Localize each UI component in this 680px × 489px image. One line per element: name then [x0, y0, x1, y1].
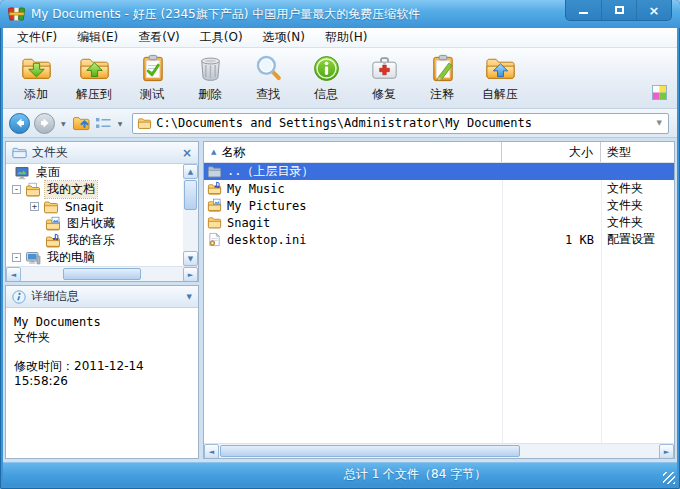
up-folder-icon — [207, 164, 222, 179]
repair-button[interactable]: 修复 — [355, 50, 413, 103]
collapse-expander[interactable]: - — [12, 185, 21, 194]
toolbar-label: 解压到 — [76, 86, 112, 103]
scroll-left-button[interactable]: ◄ — [204, 444, 219, 459]
file-row-updir[interactable]: ..（上层目录） — [204, 163, 674, 180]
find-icon — [252, 52, 285, 85]
back-arrow-icon — [14, 117, 26, 129]
find-button[interactable]: 查找 — [239, 50, 297, 103]
tree-label: 桌面 — [34, 164, 62, 181]
column-header-size[interactable]: 大小 — [502, 142, 601, 162]
back-button[interactable] — [9, 113, 30, 134]
file-size: 1 KB — [502, 233, 601, 247]
address-combobox[interactable]: C:\Documents and Settings\Administrator\… — [132, 113, 669, 134]
address-path[interactable]: C:\Documents and Settings\Administrator\… — [156, 116, 652, 130]
file-type: 配置设置 — [601, 231, 674, 248]
my-documents-icon — [25, 182, 41, 198]
collapse-panel-button[interactable]: ▼ — [187, 293, 192, 301]
tree-item-my-computer[interactable]: - 我的电脑 — [6, 249, 183, 266]
maximize-button[interactable] — [601, 0, 636, 20]
test-button[interactable]: 测试 — [123, 50, 181, 103]
close-button[interactable]: × — [636, 0, 671, 20]
tree-horizontal-scrollbar[interactable]: ◄ ► — [6, 266, 198, 281]
tree-item-snagit[interactable]: + Snagit — [6, 198, 183, 215]
menu-options[interactable]: 选项(N) — [253, 27, 315, 48]
forward-arrow-icon — [39, 117, 51, 129]
file-name: desktop.ini — [227, 233, 502, 247]
scroll-left-button[interactable]: ◄ — [6, 267, 21, 282]
file-name: ..（上层目录） — [227, 163, 502, 180]
scrollbar-thumb[interactable] — [220, 445, 520, 457]
title-bar[interactable]: My Documents - 好压 (2345旗下产品) 中国用户量最大的免费压… — [0, 0, 680, 28]
close-panel-button[interactable]: × — [182, 146, 192, 160]
file-name: My Music — [227, 182, 502, 196]
scrollbar-thumb[interactable] — [184, 180, 197, 210]
menu-help[interactable]: 帮助(H) — [315, 27, 377, 48]
scroll-down-button[interactable]: ▼ — [183, 251, 198, 266]
column-header-name[interactable]: ▲ 名称 — [204, 142, 502, 162]
folders-pane-title: 文件夹 — [32, 144, 68, 161]
scrollbar-track[interactable] — [219, 444, 659, 458]
menu-file[interactable]: 文件(F) — [7, 27, 67, 48]
info-button[interactable]: 信息 — [297, 50, 355, 103]
view-mode-dropdown[interactable]: ▼ — [116, 120, 125, 127]
scroll-right-button[interactable]: ► — [183, 267, 198, 282]
menu-view[interactable]: 查看(V) — [128, 27, 190, 48]
tree-item-desktop[interactable]: 桌面 — [6, 164, 183, 181]
scrollbar-thumb[interactable] — [63, 268, 141, 280]
toolbar-label: 注释 — [430, 86, 454, 103]
info-icon — [310, 52, 343, 85]
add-button[interactable]: 添加 — [7, 50, 65, 103]
list-horizontal-scrollbar[interactable]: ◄ ► — [204, 443, 674, 458]
history-dropdown[interactable]: ▼ — [59, 120, 68, 127]
tree-item-music[interactable]: 我的音乐 — [6, 232, 183, 249]
details-pane-title: 详细信息 — [31, 288, 79, 305]
music-folder-icon — [207, 181, 222, 196]
view-mode-button[interactable] — [95, 116, 112, 131]
scroll-up-button[interactable]: ▲ — [183, 164, 198, 179]
menu-tools[interactable]: 工具(O) — [190, 27, 253, 48]
comment-button[interactable]: 注释 — [413, 50, 471, 103]
file-row-desktop-ini[interactable]: desktop.ini 1 KB 配置设置 — [204, 231, 674, 248]
menu-edit[interactable]: 编辑(E) — [67, 27, 128, 48]
details-pane-header: 详细信息 ▼ — [6, 286, 198, 308]
toolbar-label: 查找 — [256, 86, 280, 103]
tree-vertical-scrollbar[interactable]: ▲ ▼ — [183, 164, 198, 266]
address-dropdown[interactable]: ▼ — [653, 119, 666, 127]
file-type: 文件夹 — [601, 180, 674, 197]
minimize-button[interactable] — [566, 0, 601, 20]
collapse-expander[interactable]: - — [12, 253, 21, 262]
file-row-my-pictures[interactable]: My Pictures 文件夹 — [204, 197, 674, 214]
client-area: 文件(F) 编辑(E) 查看(V) 工具(O) 选项(N) 帮助(H) 添加 — [3, 28, 677, 486]
column-header-type[interactable]: 类型 — [601, 142, 674, 162]
toolbar: 添加 解压到 测试 — [3, 48, 677, 109]
tree-item-my-documents[interactable]: - 我的文档 — [6, 181, 183, 198]
details-body: My Documents 文件夹 修改时间：2011-12-14 15:58:2… — [6, 308, 198, 458]
scroll-right-button[interactable]: ► — [659, 444, 674, 459]
toolbar-label: 修复 — [372, 86, 396, 103]
status-bar: 总计 1 个文件（84 字节） — [3, 462, 677, 486]
file-row-snagit[interactable]: Snagit 文件夹 — [204, 214, 674, 231]
up-one-level-button[interactable] — [72, 114, 91, 132]
file-name: My Pictures — [227, 199, 502, 213]
address-folder-icon — [137, 116, 152, 130]
tree-label: 我的音乐 — [65, 232, 117, 249]
delete-button[interactable]: 删除 — [181, 50, 239, 103]
toolbar-label: 测试 — [140, 86, 164, 103]
delete-icon — [194, 52, 227, 85]
skin-palette-icon[interactable] — [652, 85, 667, 100]
tree-label: Snagit — [63, 200, 105, 214]
scrollbar-track[interactable] — [21, 267, 183, 281]
sfx-button[interactable]: 自解压 — [471, 50, 529, 103]
resize-grip[interactable] — [663, 472, 675, 484]
expand-expander[interactable]: + — [30, 202, 39, 211]
toolbar-label: 添加 — [24, 86, 48, 103]
scrollbar-track[interactable] — [183, 179, 198, 251]
test-archive-icon — [136, 52, 169, 85]
extract-to-button[interactable]: 解压到 — [65, 50, 123, 103]
forward-button[interactable] — [34, 113, 55, 134]
file-list-pane: ▲ 名称 大小 类型 — [203, 141, 675, 459]
window-title: My Documents - 好压 (2345旗下产品) 中国用户量最大的免费压… — [31, 6, 420, 23]
folder-icon — [43, 199, 59, 215]
tree-item-pictures[interactable]: 图片收藏 — [6, 215, 183, 232]
file-row-my-music[interactable]: My Music 文件夹 — [204, 180, 674, 197]
